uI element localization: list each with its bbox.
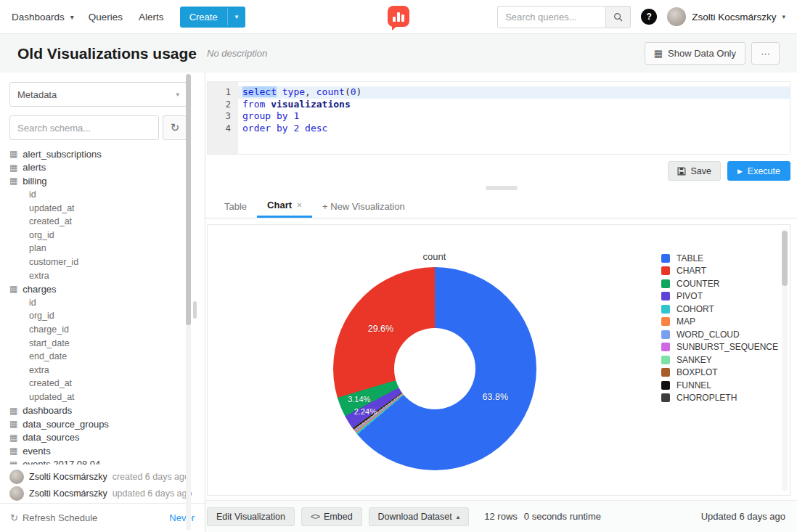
schema-column-item[interactable]: updated_at — [9, 201, 205, 215]
refresh-schema-button[interactable]: ↻ — [163, 115, 187, 140]
refresh-schedule-label: Refresh Schedule — [23, 512, 97, 523]
schema-item-label: end_date — [29, 351, 67, 361]
legend-item[interactable]: FUNNEL — [661, 379, 778, 392]
legend-item[interactable]: PIVOT — [661, 290, 778, 303]
show-data-only-button[interactable]: ▦ Show Data Only — [645, 42, 745, 65]
schema-column-item[interactable]: plan — [9, 242, 205, 255]
schema-table-item[interactable]: ▦alerts — [9, 161, 205, 175]
schema-item-label: updated_at — [29, 392, 75, 402]
legend-swatch — [661, 266, 670, 275]
code-line[interactable]: order by 2 desc — [238, 123, 790, 135]
schema-column-item[interactable]: created_at — [9, 215, 205, 229]
schema-column-item[interactable]: start_date — [9, 336, 205, 350]
schema-column-item[interactable]: extra — [9, 269, 205, 282]
schema-item-label: customer_id — [29, 257, 78, 267]
legend-label: WORD_CLOUD — [677, 330, 740, 340]
search-button[interactable] — [606, 6, 631, 28]
editor-resize-handle[interactable] — [486, 186, 518, 190]
schema-table-item[interactable]: ▦alert_subscriptions — [9, 147, 205, 161]
legend-item[interactable]: CHOROPLETH — [661, 392, 778, 405]
close-icon[interactable]: × — [297, 200, 302, 210]
create-button-label: Create — [180, 7, 227, 28]
chevron-up-icon: ▴ — [457, 513, 460, 520]
table-icon: ▦ — [9, 433, 17, 443]
save-button[interactable]: Save — [668, 161, 721, 181]
schema-table-item[interactable]: ▦dashboards — [9, 404, 205, 417]
embed-button[interactable]: <> Embed — [301, 507, 362, 526]
table-icon: ▦ — [9, 406, 17, 416]
legend-swatch — [661, 292, 670, 300]
nav-dashboards[interactable]: Dashboards — [12, 12, 65, 22]
schema-scrollbar[interactable] — [186, 74, 191, 531]
metadata-select[interactable]: Metadata ▾ — [9, 82, 187, 107]
schema-search-input[interactable] — [9, 115, 159, 140]
schema-item-label: plan — [29, 243, 46, 253]
schema-table-item[interactable]: ▦data_sources — [9, 430, 205, 444]
meta-user-name: Zsolti Kocsmárszky — [29, 472, 107, 482]
help-button[interactable]: ? — [641, 9, 657, 25]
schema-column-item[interactable]: end_date — [9, 350, 205, 364]
tab-chart[interactable]: Chart× — [257, 195, 312, 218]
sidebar-resize-handle[interactable] — [193, 301, 197, 319]
create-button[interactable]: Create ▾ — [180, 7, 246, 28]
schema-item-label: alerts — [23, 162, 46, 173]
dashboards-chevron-down-icon[interactable]: ▾ — [70, 13, 74, 21]
table-icon: ▦ — [9, 459, 17, 465]
schema-column-item[interactable]: id — [9, 188, 205, 202]
schema-column-item[interactable]: charge_id — [9, 323, 205, 337]
schema-table-item[interactable]: ▦data_source_groups — [9, 417, 205, 431]
scrollbar-thumb[interactable] — [782, 231, 788, 286]
execute-button[interactable]: ▶ Execute — [727, 161, 790, 181]
create-chevron-down-icon[interactable]: ▾ — [227, 8, 246, 25]
nav-alerts[interactable]: Alerts — [139, 12, 164, 22]
query-meta: Zsolti Kocsmárszkycreated 6 days agoZsol… — [0, 465, 205, 503]
schema-table-item[interactable]: ▦events 2017 08 04 — [9, 458, 205, 465]
save-button-label: Save — [690, 166, 711, 176]
table-icon: ▦ — [9, 419, 17, 429]
schema-column-item[interactable]: created_at — [9, 377, 205, 390]
schema-table-item[interactable]: ▦billing — [9, 174, 205, 188]
schema-column-item[interactable]: customer_id — [9, 255, 205, 269]
tab-table[interactable]: Table — [214, 195, 257, 218]
legend-item[interactable]: COHORT — [661, 303, 778, 316]
logo-bar — [401, 15, 404, 22]
metadata-select-value: Metadata — [17, 89, 57, 100]
schema-column-item[interactable]: updated_at — [9, 390, 205, 404]
redash-logo[interactable] — [388, 6, 409, 27]
code-line[interactable]: from visualizations — [238, 99, 790, 111]
legend-swatch — [661, 343, 670, 351]
chart-scrollbar[interactable] — [782, 229, 788, 491]
search-queries-input[interactable] — [497, 6, 606, 28]
user-menu[interactable]: Zsolti Kocsmárszky ▾ — [667, 7, 785, 26]
schema-table-item[interactable]: ▦events — [9, 444, 205, 458]
code-line[interactable]: group by 1 — [238, 110, 790, 123]
nav-queries[interactable]: Queries — [89, 12, 123, 22]
download-dataset-button[interactable]: Download Dataset ▴ — [369, 507, 470, 526]
schema-column-item[interactable]: org_id — [9, 229, 205, 242]
schema-table-item[interactable]: ▦charges — [9, 282, 205, 296]
legend-item[interactable]: SANKEY — [661, 353, 778, 367]
query-description[interactable]: No description — [207, 48, 267, 59]
legend-item[interactable]: CHART — [661, 265, 778, 278]
legend-item[interactable]: COUNTER — [661, 277, 778, 290]
legend-item[interactable]: TABLE — [661, 252, 778, 265]
scrollbar-thumb[interactable] — [186, 74, 191, 325]
edit-visualization-button[interactable]: Edit Visualization — [207, 507, 295, 526]
legend-item[interactable]: MAP — [661, 316, 778, 329]
legend-item[interactable]: SUNBURST_SEQUENCE — [661, 341, 778, 354]
legend-swatch — [661, 381, 670, 390]
tab-new-visualization[interactable]: + New Visualization — [312, 195, 415, 218]
schema-item-label: charge_id — [29, 324, 69, 335]
legend-item[interactable]: WORD_CLOUD — [661, 328, 778, 341]
schema-column-item[interactable]: org_id — [9, 309, 205, 323]
schema-column-item[interactable]: id — [9, 296, 205, 310]
schema-column-item[interactable]: extra — [9, 364, 205, 377]
avatar — [667, 7, 686, 26]
pie-slice-label: 2.24% — [354, 407, 377, 416]
more-actions-button[interactable]: ··· — [751, 42, 780, 65]
sql-editor[interactable]: 1234 select type, count(0)from visualiza… — [207, 81, 790, 155]
editor-code[interactable]: select type, count(0)from visualizations… — [238, 82, 790, 154]
code-line[interactable]: select type, count(0) — [238, 86, 790, 99]
legend-item[interactable]: BOXPLOT — [661, 367, 778, 380]
chart-title: count — [423, 251, 446, 262]
